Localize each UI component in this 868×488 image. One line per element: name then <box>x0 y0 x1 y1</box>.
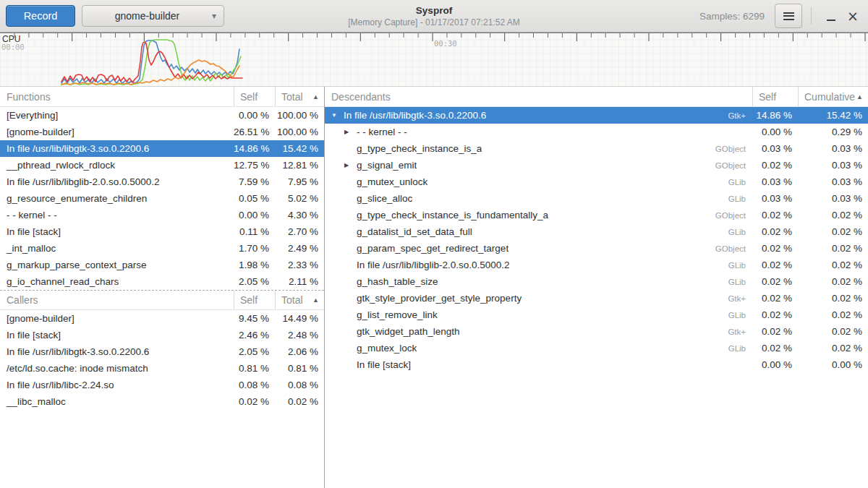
function-row[interactable]: __pthread_rwlock_rdlock 12.75 % 12.81 % <box>0 157 324 174</box>
descendant-row[interactable]: g_mutex_lock GLib 0.02 % 0.02 % <box>325 340 868 356</box>
callers-total-column-header[interactable]: Total ▲ <box>275 291 324 309</box>
descendant-row[interactable]: g_param_spec_get_redirect_target GObject… <box>325 240 868 257</box>
caller-total-value: 2.06 % <box>275 346 324 357</box>
function-name: In file /usr/lib/libgtk-3.so.0.2200.6 <box>0 143 234 154</box>
caller-row[interactable]: __libc_malloc 0.02 % 0.02 % <box>0 393 324 410</box>
descendant-name-cell: gtk_style_provider_get_style_property Gt… <box>325 293 752 304</box>
descendant-name-cell: gtk_widget_path_length Gtk+ <box>325 326 752 337</box>
sort-ascending-icon: ▲ <box>312 93 319 100</box>
close-button[interactable]: × <box>842 5 864 27</box>
function-total-value: 2.33 % <box>275 260 324 270</box>
descendant-row[interactable]: g_mutex_unlock GLib 0.03 % 0.03 % <box>325 174 868 190</box>
function-self-value: 0.11 % <box>234 226 275 237</box>
functions-column-header[interactable]: Functions <box>0 87 234 106</box>
functions-self-column-header[interactable]: Self <box>234 87 275 106</box>
function-self-value: 2.05 % <box>234 276 275 287</box>
descendant-name-cell: g_list_remove_link GLib <box>325 309 752 320</box>
cpu-graph[interactable]: CPU 00:00 00:30 <box>0 33 868 87</box>
window-title-block: Sysprof [Memory Capture] - 01/17/2017 07… <box>348 5 519 27</box>
function-row[interactable]: [gnome-builder] 26.51 % 100.00 % <box>0 124 324 140</box>
caller-name: /etc/ld.so.cache: inode mismatch <box>0 363 234 374</box>
function-name: g_io_channel_read_chars <box>0 276 234 287</box>
descendant-row[interactable]: ▼ In file /usr/lib/libgtk-3.so.0.2200.6 … <box>325 107 868 124</box>
caller-name: In file /usr/lib/libgtk-3.so.0.2200.6 <box>0 346 234 357</box>
descendant-row[interactable]: g_hash_table_size GLib 0.02 % 0.02 % <box>325 273 868 290</box>
caller-row[interactable]: In file /usr/lib/libc-2.24.so 0.08 % 0.0… <box>0 377 324 393</box>
descendant-name-cell: g_datalist_id_set_data_full GLib <box>325 226 752 237</box>
descendant-row[interactable]: g_type_check_instance_is_a GObject 0.03 … <box>325 140 868 157</box>
descendant-cumulative-value: 0.02 % <box>798 326 868 337</box>
function-row[interactable]: In file /usr/lib/libgtk-3.so.0.2200.6 14… <box>0 140 324 157</box>
descendant-self-value: 0.02 % <box>752 309 798 320</box>
descendant-cumulative-value: 0.02 % <box>798 243 868 254</box>
descendants-cumulative-column-header[interactable]: Cumulative ▲ <box>798 87 868 106</box>
descendant-row[interactable]: g_datalist_id_set_data_full GLib 0.02 % … <box>325 223 868 240</box>
descendant-cumulative-value: 0.03 % <box>798 143 868 154</box>
descendant-name: g_datalist_id_set_data_full <box>357 226 472 237</box>
functions-total-column-header[interactable]: Total ▲ <box>275 87 324 106</box>
descendants-self-column-header[interactable]: Self <box>752 87 798 106</box>
function-row[interactable]: g_markup_parse_context_parse 1.98 % 2.33… <box>0 257 324 273</box>
caller-self-value: 0.08 % <box>234 380 275 390</box>
descendant-cumulative-value: 15.42 % <box>798 110 868 121</box>
caller-row[interactable]: In file [stack] 2.46 % 2.48 % <box>0 327 324 343</box>
function-row[interactable]: _int_malloc 1.70 % 2.49 % <box>0 240 324 257</box>
descendant-row[interactable]: g_list_remove_link GLib 0.02 % 0.02 % <box>325 307 868 323</box>
descendant-row[interactable]: In file /usr/lib/libglib-2.0.so.0.5000.2… <box>325 257 868 273</box>
descendant-row[interactable]: ▶ g_signal_emit GObject 0.02 % 0.03 % <box>325 157 868 174</box>
function-row[interactable]: - - kernel - - 0.00 % 4.30 % <box>0 207 324 223</box>
callers-column-header[interactable]: Callers <box>0 291 234 309</box>
menu-button[interactable] <box>775 4 802 28</box>
descendants-header-row: Descendants Self Cumulative ▲ <box>325 87 868 107</box>
process-selector-dropdown[interactable]: gnome-builder ▾ <box>82 5 224 27</box>
descendant-row[interactable]: ▶ - - kernel - - 0.00 % 0.29 % <box>325 124 868 140</box>
caller-row[interactable]: In file /usr/lib/libgtk-3.so.0.2200.6 2.… <box>0 343 324 360</box>
library-tag: GLib <box>723 344 752 353</box>
function-self-value: 1.70 % <box>234 243 275 254</box>
descendant-row[interactable]: g_slice_alloc GLib 0.03 % 0.03 % <box>325 190 868 207</box>
descendant-name-cell: g_hash_table_size GLib <box>325 276 752 287</box>
callers-table: [gnome-builder] 9.45 % 14.49 % In file [… <box>0 310 324 410</box>
caller-row[interactable]: /etc/ld.so.cache: inode mismatch 0.81 % … <box>0 360 324 377</box>
library-tag: Gtk+ <box>722 328 752 336</box>
callers-self-column-header[interactable]: Self <box>234 291 275 309</box>
library-tag: GLib <box>723 194 752 203</box>
descendant-row[interactable]: gtk_widget_path_length Gtk+ 0.02 % 0.02 … <box>325 323 868 340</box>
minimize-button[interactable] <box>820 5 842 27</box>
record-button[interactable]: Record <box>6 5 75 27</box>
function-row[interactable]: In file /usr/lib/libglib-2.0.so.0.5000.2… <box>0 174 324 190</box>
expander-icon[interactable]: ▶ <box>344 162 357 168</box>
descendant-cumulative-value: 0.29 % <box>798 127 868 137</box>
descendant-self-value: 0.02 % <box>752 343 798 354</box>
samples-count: Samples: 6299 <box>699 11 765 22</box>
function-row[interactable]: g_resource_enumerate_children 0.05 % 5.0… <box>0 190 324 207</box>
descendant-name: g_type_check_instance_is_fundamentally_a <box>357 210 548 221</box>
function-self-value: 26.51 % <box>234 127 275 137</box>
right-pane: Descendants Self Cumulative ▲ ▼ In file … <box>325 87 868 488</box>
function-row[interactable]: [Everything] 0.00 % 100.00 % <box>0 107 324 124</box>
function-name: In file [stack] <box>0 226 234 237</box>
descendants-column-header[interactable]: Descendants <box>325 87 752 106</box>
caller-total-value: 0.81 % <box>275 363 324 374</box>
function-total-value: 100.00 % <box>275 110 324 121</box>
library-tag: GObject <box>710 145 752 153</box>
capture-subtitle: [Memory Capture] - 01/17/2017 07:21:52 A… <box>348 17 519 27</box>
descendant-row[interactable]: gtk_style_provider_get_style_property Gt… <box>325 290 868 307</box>
sort-ascending-icon: ▲ <box>312 296 319 304</box>
descendant-row[interactable]: g_type_check_instance_is_fundamentally_a… <box>325 207 868 223</box>
expander-icon[interactable]: ▼ <box>331 112 344 119</box>
descendant-self-value: 0.00 % <box>752 359 798 370</box>
descendant-self-value: 0.02 % <box>752 260 798 270</box>
descendant-name: g_type_check_instance_is_a <box>357 143 482 154</box>
descendant-name-cell: ▶ - - kernel - - <box>325 127 752 137</box>
function-row[interactable]: In file [stack] 0.11 % 2.70 % <box>0 223 324 240</box>
descendant-row[interactable]: In file [stack] 0.00 % 0.00 % <box>325 356 868 373</box>
descendant-name-cell: g_type_check_instance_is_a GObject <box>325 143 752 154</box>
descendant-cumulative-value: 0.03 % <box>798 160 868 171</box>
headerbar: Record gnome-builder ▾ Sysprof [Memory C… <box>0 0 868 33</box>
process-selector-label: gnome-builder <box>82 10 212 22</box>
expander-icon[interactable]: ▶ <box>344 129 357 135</box>
descendant-self-value: 0.02 % <box>752 293 798 304</box>
caller-row[interactable]: [gnome-builder] 9.45 % 14.49 % <box>0 310 324 327</box>
function-row[interactable]: g_io_channel_read_chars 2.05 % 2.11 % <box>0 273 324 290</box>
